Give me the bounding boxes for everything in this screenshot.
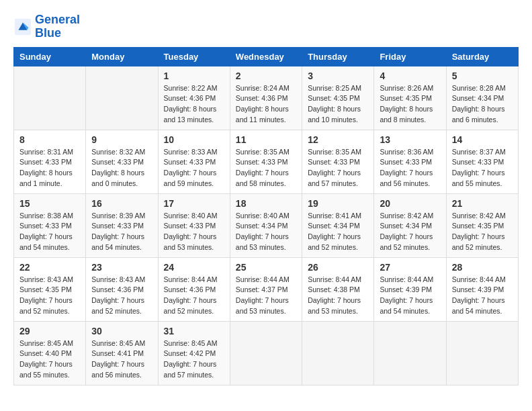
logo: General Blue bbox=[13, 13, 80, 40]
day-number: 3 bbox=[308, 71, 368, 81]
day-number: 22 bbox=[19, 262, 80, 273]
day-info: Sunrise: 8:36 AM Sunset: 4:33 PM Dayligh… bbox=[380, 147, 440, 189]
day-info: Sunrise: 8:44 AM Sunset: 4:38 PM Dayligh… bbox=[308, 275, 368, 317]
calendar-cell: 31 Sunrise: 8:45 AM Sunset: 4:42 PM Dayl… bbox=[158, 321, 230, 385]
day-number: 16 bbox=[91, 198, 152, 209]
day-info: Sunrise: 8:33 AM Sunset: 4:33 PM Dayligh… bbox=[164, 147, 224, 189]
calendar-cell bbox=[14, 66, 86, 130]
day-info: Sunrise: 8:44 AM Sunset: 4:37 PM Dayligh… bbox=[236, 275, 296, 317]
day-info: Sunrise: 8:45 AM Sunset: 4:41 PM Dayligh… bbox=[91, 338, 152, 381]
week-row-3: 15 Sunrise: 8:38 AM Sunset: 4:33 PM Dayl… bbox=[14, 193, 519, 257]
week-row-1: 1 Sunrise: 8:22 AM Sunset: 4:36 PM Dayli… bbox=[14, 66, 519, 130]
day-number: 10 bbox=[164, 134, 224, 145]
calendar-cell: 24 Sunrise: 8:44 AM Sunset: 4:36 PM Dayl… bbox=[158, 257, 230, 321]
day-number: 19 bbox=[308, 198, 368, 209]
day-number: 30 bbox=[91, 326, 152, 336]
calendar-cell: 26 Sunrise: 8:44 AM Sunset: 4:38 PM Dayl… bbox=[302, 257, 374, 321]
calendar-cell: 14 Sunrise: 8:37 AM Sunset: 4:33 PM Dayl… bbox=[446, 130, 518, 193]
day-number: 31 bbox=[164, 326, 224, 336]
calendar-cell bbox=[230, 321, 302, 385]
weekday-header-row: SundayMondayTuesdayWednesdayThursdayFrid… bbox=[14, 47, 519, 66]
logo-icon bbox=[13, 17, 32, 36]
day-info: Sunrise: 8:43 AM Sunset: 4:36 PM Dayligh… bbox=[91, 275, 152, 317]
weekday-header-monday: Monday bbox=[86, 47, 158, 66]
day-number: 13 bbox=[380, 134, 440, 145]
calendar-cell: 2 Sunrise: 8:24 AM Sunset: 4:36 PM Dayli… bbox=[230, 66, 302, 130]
week-row-5: 29 Sunrise: 8:45 AM Sunset: 4:40 PM Dayl… bbox=[14, 321, 519, 385]
calendar-cell: 3 Sunrise: 8:25 AM Sunset: 4:35 PM Dayli… bbox=[302, 66, 374, 130]
day-info: Sunrise: 8:38 AM Sunset: 4:33 PM Dayligh… bbox=[19, 211, 80, 253]
day-number: 11 bbox=[236, 134, 296, 145]
day-info: Sunrise: 8:26 AM Sunset: 4:35 PM Dayligh… bbox=[380, 83, 440, 126]
calendar-cell: 13 Sunrise: 8:36 AM Sunset: 4:33 PM Dayl… bbox=[374, 130, 446, 193]
day-number: 2 bbox=[236, 71, 296, 81]
day-info: Sunrise: 8:45 AM Sunset: 4:40 PM Dayligh… bbox=[19, 338, 80, 381]
day-info: Sunrise: 8:24 AM Sunset: 4:36 PM Dayligh… bbox=[236, 83, 296, 126]
calendar-cell bbox=[302, 321, 374, 385]
day-info: Sunrise: 8:32 AM Sunset: 4:33 PM Dayligh… bbox=[91, 147, 152, 189]
calendar-cell: 22 Sunrise: 8:43 AM Sunset: 4:35 PM Dayl… bbox=[14, 257, 86, 321]
weekday-header-wednesday: Wednesday bbox=[230, 47, 302, 66]
calendar-cell: 8 Sunrise: 8:31 AM Sunset: 4:33 PM Dayli… bbox=[14, 130, 86, 193]
day-info: Sunrise: 8:40 AM Sunset: 4:33 PM Dayligh… bbox=[164, 211, 224, 253]
day-number: 1 bbox=[164, 71, 224, 81]
day-info: Sunrise: 8:35 AM Sunset: 4:33 PM Dayligh… bbox=[236, 147, 296, 189]
day-number: 24 bbox=[164, 262, 224, 273]
calendar-cell bbox=[446, 321, 518, 385]
calendar-cell: 4 Sunrise: 8:26 AM Sunset: 4:35 PM Dayli… bbox=[374, 66, 446, 130]
day-info: Sunrise: 8:25 AM Sunset: 4:35 PM Dayligh… bbox=[308, 83, 368, 126]
calendar-cell: 20 Sunrise: 8:42 AM Sunset: 4:34 PM Dayl… bbox=[374, 193, 446, 257]
day-number: 8 bbox=[19, 134, 80, 145]
calendar-cell bbox=[374, 321, 446, 385]
day-info: Sunrise: 8:37 AM Sunset: 4:33 PM Dayligh… bbox=[452, 147, 513, 189]
calendar-cell: 16 Sunrise: 8:39 AM Sunset: 4:33 PM Dayl… bbox=[86, 193, 158, 257]
weekday-header-sunday: Sunday bbox=[14, 47, 86, 66]
day-info: Sunrise: 8:42 AM Sunset: 4:34 PM Dayligh… bbox=[380, 211, 440, 253]
day-number: 4 bbox=[380, 71, 440, 81]
day-info: Sunrise: 8:44 AM Sunset: 4:36 PM Dayligh… bbox=[164, 275, 224, 317]
logo-text: General Blue bbox=[35, 13, 80, 40]
day-number: 14 bbox=[452, 134, 513, 145]
calendar-cell: 17 Sunrise: 8:40 AM Sunset: 4:33 PM Dayl… bbox=[158, 193, 230, 257]
calendar-cell: 12 Sunrise: 8:35 AM Sunset: 4:33 PM Dayl… bbox=[302, 130, 374, 193]
day-number: 9 bbox=[91, 134, 152, 145]
calendar-cell: 11 Sunrise: 8:35 AM Sunset: 4:33 PM Dayl… bbox=[230, 130, 302, 193]
calendar-cell: 28 Sunrise: 8:44 AM Sunset: 4:39 PM Dayl… bbox=[446, 257, 518, 321]
day-info: Sunrise: 8:44 AM Sunset: 4:39 PM Dayligh… bbox=[380, 275, 440, 317]
calendar-cell: 23 Sunrise: 8:43 AM Sunset: 4:36 PM Dayl… bbox=[86, 257, 158, 321]
calendar-cell: 19 Sunrise: 8:41 AM Sunset: 4:34 PM Dayl… bbox=[302, 193, 374, 257]
day-info: Sunrise: 8:40 AM Sunset: 4:34 PM Dayligh… bbox=[236, 211, 296, 253]
calendar-cell: 29 Sunrise: 8:45 AM Sunset: 4:40 PM Dayl… bbox=[14, 321, 86, 385]
calendar-cell: 30 Sunrise: 8:45 AM Sunset: 4:41 PM Dayl… bbox=[86, 321, 158, 385]
calendar-cell: 15 Sunrise: 8:38 AM Sunset: 4:33 PM Dayl… bbox=[14, 193, 86, 257]
day-number: 26 bbox=[308, 262, 368, 273]
day-info: Sunrise: 8:31 AM Sunset: 4:33 PM Dayligh… bbox=[19, 147, 80, 189]
page-header: General Blue bbox=[13, 13, 519, 40]
calendar-cell: 9 Sunrise: 8:32 AM Sunset: 4:33 PM Dayli… bbox=[86, 130, 158, 193]
week-row-2: 8 Sunrise: 8:31 AM Sunset: 4:33 PM Dayli… bbox=[14, 130, 519, 193]
day-info: Sunrise: 8:28 AM Sunset: 4:34 PM Dayligh… bbox=[452, 83, 513, 126]
day-info: Sunrise: 8:35 AM Sunset: 4:33 PM Dayligh… bbox=[308, 147, 368, 189]
calendar-cell: 1 Sunrise: 8:22 AM Sunset: 4:36 PM Dayli… bbox=[158, 66, 230, 130]
day-number: 15 bbox=[19, 198, 80, 209]
calendar-cell: 5 Sunrise: 8:28 AM Sunset: 4:34 PM Dayli… bbox=[446, 66, 518, 130]
day-info: Sunrise: 8:39 AM Sunset: 4:33 PM Dayligh… bbox=[91, 211, 152, 253]
day-number: 27 bbox=[380, 262, 440, 273]
calendar-cell: 25 Sunrise: 8:44 AM Sunset: 4:37 PM Dayl… bbox=[230, 257, 302, 321]
day-info: Sunrise: 8:45 AM Sunset: 4:42 PM Dayligh… bbox=[164, 338, 224, 381]
day-info: Sunrise: 8:41 AM Sunset: 4:34 PM Dayligh… bbox=[308, 211, 368, 253]
weekday-header-thursday: Thursday bbox=[302, 47, 374, 66]
day-info: Sunrise: 8:43 AM Sunset: 4:35 PM Dayligh… bbox=[19, 275, 80, 317]
day-number: 25 bbox=[236, 262, 296, 273]
day-info: Sunrise: 8:44 AM Sunset: 4:39 PM Dayligh… bbox=[452, 275, 513, 317]
calendar-cell: 18 Sunrise: 8:40 AM Sunset: 4:34 PM Dayl… bbox=[230, 193, 302, 257]
day-number: 5 bbox=[452, 71, 513, 81]
calendar-cell bbox=[86, 66, 158, 130]
day-number: 12 bbox=[308, 134, 368, 145]
calendar-table: SundayMondayTuesdayWednesdayThursdayFrid… bbox=[13, 47, 519, 385]
day-number: 18 bbox=[236, 198, 296, 209]
weekday-header-saturday: Saturday bbox=[446, 47, 518, 66]
weekday-header-tuesday: Tuesday bbox=[158, 47, 230, 66]
day-info: Sunrise: 8:42 AM Sunset: 4:35 PM Dayligh… bbox=[452, 211, 513, 253]
week-row-4: 22 Sunrise: 8:43 AM Sunset: 4:35 PM Dayl… bbox=[14, 257, 519, 321]
